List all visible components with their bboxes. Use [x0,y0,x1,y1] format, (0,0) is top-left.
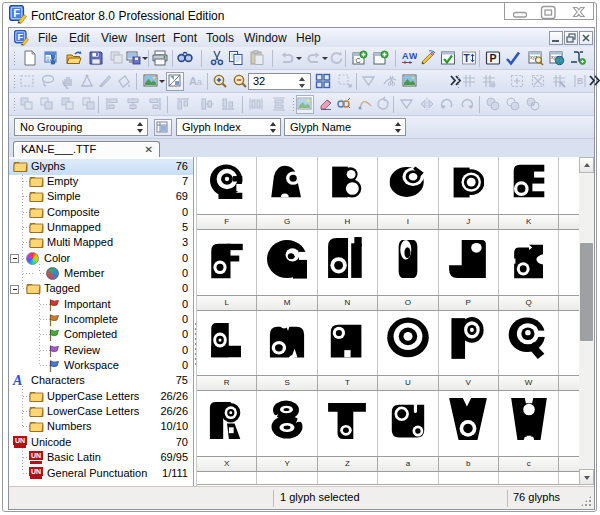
svg-text:B: B [577,76,583,86]
svg-text:P: P [489,52,496,64]
svg-text:F: F [18,32,24,42]
svg-text:A: A [402,51,409,61]
svg-text:C: C [355,57,360,64]
svg-text:W: W [409,51,417,61]
svg-text:a: a [197,77,202,87]
svg-text:F: F [13,7,20,19]
svg-text:A: A [189,75,197,87]
svg-text:T: T [463,53,469,64]
